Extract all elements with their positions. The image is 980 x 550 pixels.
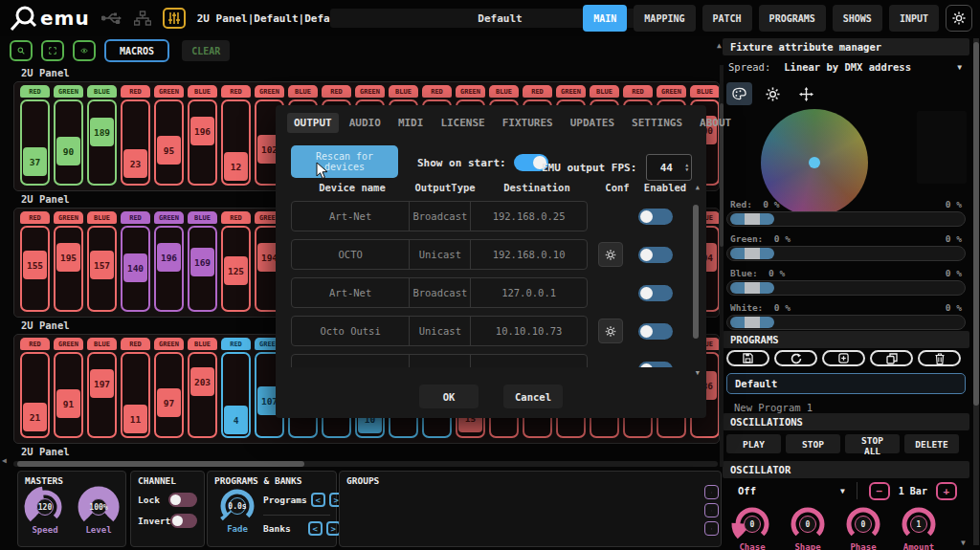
gear-icon[interactable] — [946, 5, 972, 32]
fader[interactable]: RED12 — [221, 85, 251, 190]
enabled-toggle[interactable] — [638, 285, 673, 301]
nav-patch[interactable]: PATCH — [702, 5, 752, 32]
nav-main[interactable]: MAIN — [583, 5, 627, 32]
fader-handle[interactable]: 12 — [224, 152, 248, 181]
fader[interactable]: RED21 — [20, 338, 50, 443]
fader[interactable]: BLUE157 — [87, 211, 117, 317]
fader-handle[interactable]: 90 — [56, 137, 80, 165]
save-icon[interactable] — [726, 350, 769, 366]
stop-button[interactable]: STOP — [786, 434, 840, 453]
fader-track[interactable]: 155 — [20, 226, 50, 312]
tab-output[interactable]: OUTPUT — [287, 113, 339, 133]
group-refresh-icon[interactable] — [704, 503, 719, 517]
fader-track[interactable]: 195 — [54, 226, 83, 312]
fader[interactable]: GREEN97 — [154, 338, 184, 443]
spread-dropdown[interactable]: Spread: Linear by DMX address ▼ — [723, 61, 969, 73]
fader-handle[interactable]: 155 — [23, 251, 47, 279]
tab-settings[interactable]: SETTINGS — [625, 113, 689, 133]
fader[interactable]: RED11 — [121, 338, 150, 443]
refresh-icon[interactable] — [774, 350, 817, 366]
fader-handle[interactable]: 91 — [56, 389, 80, 418]
fader-handle[interactable]: 140 — [123, 253, 147, 282]
minus-icon[interactable]: − — [869, 482, 890, 500]
tab-updates[interactable]: UPDATES — [564, 113, 621, 133]
search-icon[interactable] — [10, 40, 33, 61]
gear-icon[interactable] — [760, 82, 786, 105]
fader-track[interactable]: 97 — [154, 352, 184, 438]
eye-icon[interactable] — [73, 40, 96, 61]
fader-handle[interactable]: 157 — [90, 251, 114, 279]
delete-button[interactable]: DELETE — [904, 434, 959, 453]
fader-mode-icon[interactable] — [163, 8, 186, 29]
fader-handle[interactable]: 196 — [157, 243, 181, 272]
fader[interactable]: RED140 — [121, 211, 150, 317]
fader-track[interactable]: 95 — [154, 99, 184, 186]
fader-handle[interactable]: 97 — [157, 388, 181, 417]
hscroll-thumb[interactable] — [17, 461, 304, 467]
fader-handle[interactable]: 189 — [90, 118, 114, 146]
scroll-up-icon[interactable]: ▲ — [717, 41, 722, 50]
knob-shape[interactable]: 0Shape — [780, 503, 835, 550]
tab-fixtures[interactable]: FIXTURES — [496, 113, 560, 133]
slider-handle[interactable] — [730, 317, 774, 328]
fader[interactable]: RED23 — [121, 85, 150, 190]
table-scroll-thumb[interactable] — [693, 205, 699, 339]
fader-track[interactable]: 196 — [154, 226, 184, 312]
stop-all-button[interactable]: STOP ALL — [845, 434, 900, 453]
slider-track[interactable] — [726, 315, 966, 330]
knob-phase[interactable]: 0Phase — [835, 503, 891, 550]
fader[interactable]: BLUE196 — [188, 85, 217, 190]
fader-track[interactable]: 12 — [221, 99, 251, 186]
lock-toggle[interactable] — [168, 493, 197, 507]
group-add-icon[interactable] — [704, 485, 719, 499]
knob-chase[interactable]: 0Chase — [724, 503, 780, 550]
waveform-select[interactable]: Off — [738, 485, 756, 496]
scroll-thumb[interactable] — [973, 42, 979, 406]
fader[interactable]: GREEN196 — [154, 211, 184, 317]
fader-track[interactable]: 169 — [188, 226, 217, 312]
fader-track[interactable]: 23 — [121, 99, 150, 186]
enabled-toggle[interactable] — [638, 209, 673, 225]
fps-spinner[interactable]: 44 ▲ ▼ — [646, 154, 692, 181]
fader-track[interactable]: 140 — [121, 226, 150, 312]
configure-gear-icon[interactable] — [598, 319, 623, 343]
slider-track[interactable] — [726, 211, 966, 227]
fader-handle[interactable]: 195 — [56, 243, 80, 272]
rescan-devices-button[interactable]: Rescan for devices — [291, 145, 398, 178]
fader-handle[interactable]: 23 — [123, 149, 147, 178]
chevron-left-icon[interactable]: < — [308, 521, 323, 536]
nav-mapping[interactable]: MAPPING — [634, 5, 695, 32]
fader[interactable]: RED4 — [221, 338, 251, 443]
duplicate-icon[interactable] — [870, 350, 913, 366]
slider-handle[interactable] — [730, 248, 774, 259]
fader-handle[interactable]: 95 — [157, 136, 181, 165]
fader-handle[interactable]: 196 — [190, 117, 214, 145]
tab-license[interactable]: LICENSE — [434, 113, 491, 133]
fader[interactable]: RED37 — [20, 85, 50, 190]
tab-audio[interactable]: AUDIO — [343, 113, 388, 133]
fader[interactable]: BLUE169 — [188, 211, 217, 317]
fader-handle[interactable]: 125 — [224, 256, 248, 285]
brightness-column[interactable] — [917, 111, 967, 184]
enabled-toggle[interactable] — [638, 362, 673, 368]
fader[interactable]: BLUE197 — [87, 338, 117, 443]
fader-handle[interactable]: 11 — [123, 405, 147, 433]
nav-programs[interactable]: PROGRAMS — [759, 5, 826, 32]
fader[interactable]: GREEN91 — [54, 338, 83, 443]
fader-handle[interactable]: 21 — [23, 403, 47, 431]
fader[interactable]: BLUE203 — [188, 338, 217, 443]
hscroll-left-arrow[interactable]: ◀ — [2, 456, 7, 465]
fader[interactable]: GREEN95 — [154, 85, 184, 190]
fader-track[interactable]: 196 — [188, 99, 217, 186]
fader[interactable]: BLUE189 — [87, 85, 117, 190]
fader-track[interactable]: 203 — [188, 352, 217, 438]
ok-button[interactable]: OK — [419, 385, 479, 408]
tab-about[interactable]: ABOUT — [693, 113, 738, 133]
knob-fade[interactable]: 0.0sFade — [210, 485, 265, 534]
fader-track[interactable]: 21 — [20, 352, 50, 438]
delete-icon[interactable] — [918, 350, 961, 366]
tab-midi[interactable]: MIDI — [391, 113, 431, 133]
slider-handle[interactable] — [730, 282, 774, 294]
fader-track[interactable]: 91 — [54, 352, 83, 438]
fader-track[interactable]: 90 — [54, 99, 83, 186]
